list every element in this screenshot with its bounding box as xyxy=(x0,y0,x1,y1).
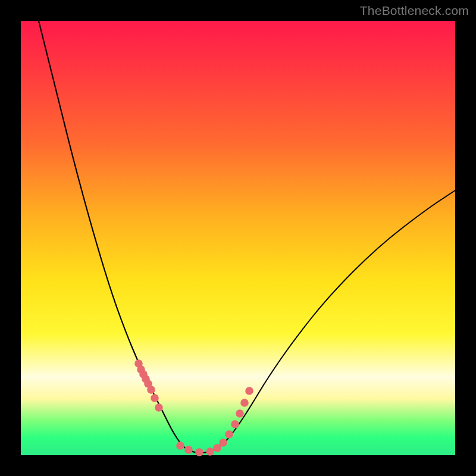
chart-container: TheBottleneck.com xyxy=(0,0,476,476)
data-point xyxy=(240,399,249,407)
data-point xyxy=(236,409,244,418)
data-point xyxy=(147,386,155,394)
scatter-group xyxy=(134,359,253,456)
data-point xyxy=(245,387,253,395)
curve-svg xyxy=(21,21,455,455)
left-curve xyxy=(39,21,199,453)
data-point xyxy=(155,403,163,412)
data-point xyxy=(231,420,239,428)
data-point xyxy=(195,448,203,456)
plot-area xyxy=(21,21,455,455)
data-point xyxy=(206,447,214,456)
data-point xyxy=(151,394,159,402)
data-point xyxy=(219,439,227,447)
data-point xyxy=(184,446,193,454)
watermark-text: TheBottleneck.com xyxy=(360,4,469,18)
data-point xyxy=(176,441,184,450)
data-point xyxy=(225,430,233,439)
